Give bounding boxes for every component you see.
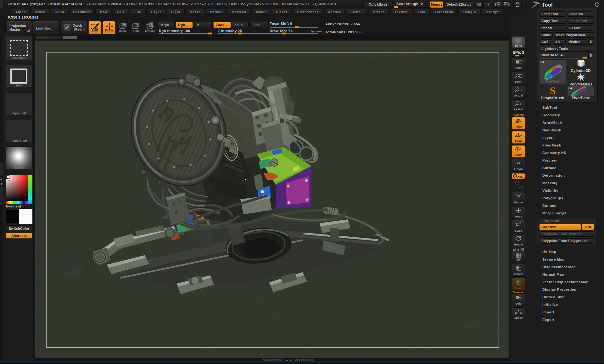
svg-text:M: M bbox=[122, 23, 126, 27]
svg-text:R: R bbox=[149, 23, 152, 28]
svg-text:xyz: xyz bbox=[517, 175, 523, 178]
svg-text:x1: x1 bbox=[519, 89, 522, 91]
svg-text:S: S bbox=[550, 85, 556, 96]
svg-text::2: :2 bbox=[519, 103, 521, 105]
svg-text:S: S bbox=[136, 23, 138, 27]
